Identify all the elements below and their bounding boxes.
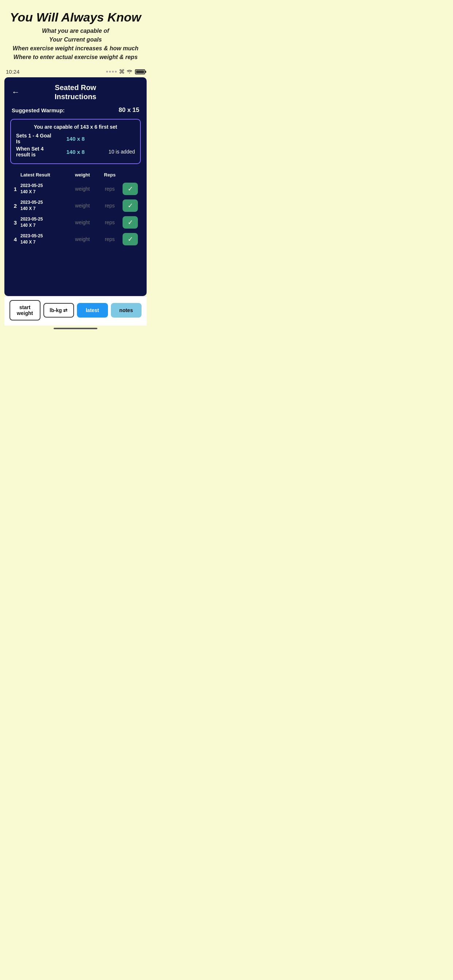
bottom-bar: startweight lb-kg ⇄ latest notes <box>4 296 147 326</box>
promo-section: You Will Always Know What you are capabl… <box>0 0 151 65</box>
promo-line-2: Your Current goals <box>7 35 144 44</box>
set-weight-input-2[interactable] <box>68 203 97 208</box>
screen-title: Seated RowInstructions <box>55 83 96 101</box>
header-reps: Reps <box>97 172 123 178</box>
set-reps-input-1[interactable] <box>97 186 123 192</box>
promo-subtitle: What you are capable of Your Current goa… <box>7 27 144 62</box>
back-button[interactable]: ← <box>10 86 21 99</box>
capability-top-text: You are capable of 143 x 6 first set <box>16 124 135 130</box>
status-bar: 10:24 ⌘ <box>0 65 151 77</box>
set-check-button-4[interactable]: ✓ <box>123 233 138 245</box>
signal-dot-2 <box>109 71 111 73</box>
set-latest-2: 2023-05-25140 X 7 <box>21 199 68 212</box>
capability-row1-value: 140 x 8 <box>56 135 96 142</box>
set-latest-4: 2023-05-25140 X 7 <box>21 233 68 245</box>
set-row: 3 2023-05-25140 X 7 ✓ <box>10 214 141 231</box>
battery-icon <box>135 69 145 75</box>
set-weight-input-4[interactable] <box>68 236 97 242</box>
set-number-1: 1 <box>10 186 21 192</box>
checkmark-icon-3: ✓ <box>128 218 133 226</box>
promo-line-3: When exercise weight increases & how muc… <box>7 44 144 53</box>
set-number-3: 3 <box>10 220 21 226</box>
capability-box: You are capable of 143 x 6 first set Set… <box>10 119 141 164</box>
set-row: 4 2023-05-25140 X 7 ✓ <box>10 231 141 248</box>
status-right: ⌘ <box>106 68 145 75</box>
scroll-indicator <box>54 328 97 329</box>
capability-row2-suffix: 10 is added <box>95 149 135 154</box>
sets-table: Latest Result weight Reps 1 2023-05-2514… <box>10 170 141 248</box>
warmup-value: 80 x 15 <box>118 107 139 114</box>
set-number-4: 4 <box>10 236 21 242</box>
set-check-button-2[interactable]: ✓ <box>123 199 138 212</box>
signal-dot-4 <box>115 71 117 73</box>
promo-line-4: Where to enter actual exercise weight & … <box>7 53 144 62</box>
set-weight-input-3[interactable] <box>68 220 97 225</box>
set-reps-input-2[interactable] <box>97 203 123 208</box>
capability-row-2: When Set 4 result is 140 x 8 10 is added <box>16 146 135 158</box>
capability-row1-label: Sets 1 - 4 Goal Is <box>16 133 56 145</box>
capability-row2-label: When Set 4 result is <box>16 146 56 158</box>
signal-dots <box>106 71 117 73</box>
header-latest: Latest Result <box>21 172 68 178</box>
set-weight-input-1[interactable] <box>68 186 97 192</box>
app-screen: ← Seated RowInstructions Suggested Warmu… <box>4 77 147 296</box>
notes-button[interactable]: notes <box>111 303 142 318</box>
promo-line-1: What you are capable of <box>7 27 144 35</box>
signal-dot-1 <box>106 71 108 73</box>
battery-fill <box>136 70 144 73</box>
set-row: 2 2023-05-25140 X 7 ✓ <box>10 197 141 214</box>
set-latest-1: 2023-05-25140 X 7 <box>21 183 68 195</box>
time-display: 10:24 <box>6 68 20 75</box>
screen-header: ← Seated RowInstructions <box>10 83 141 101</box>
header-weight: weight <box>68 172 97 178</box>
checkmark-icon-2: ✓ <box>128 202 133 210</box>
wifi-icon: ⌘ <box>119 68 133 75</box>
capability-row2-value: 140 x 8 <box>56 149 96 155</box>
set-reps-input-3[interactable] <box>97 220 123 225</box>
sets-table-header: Latest Result weight Reps <box>10 170 141 180</box>
start-weight-button[interactable]: startweight <box>10 300 40 320</box>
set-latest-3: 2023-05-25140 X 7 <box>21 216 68 229</box>
signal-dot-3 <box>112 71 114 73</box>
set-row: 1 2023-05-25140 X 7 ✓ <box>10 180 141 197</box>
set-check-button-1[interactable]: ✓ <box>123 183 138 195</box>
set-reps-input-4[interactable] <box>97 236 123 242</box>
checkmark-icon-1: ✓ <box>128 185 133 193</box>
warmup-row: Suggested Warmup: 80 x 15 <box>10 107 141 114</box>
capability-row-1: Sets 1 - 4 Goal Is 140 x 8 <box>16 133 135 145</box>
set-number-2: 2 <box>10 203 21 209</box>
warmup-label: Suggested Warmup: <box>12 107 65 113</box>
latest-button[interactable]: latest <box>77 303 108 318</box>
lb-kg-button[interactable]: lb-kg ⇄ <box>43 303 74 318</box>
promo-title: You Will Always Know <box>7 10 144 24</box>
checkmark-icon-4: ✓ <box>128 235 133 243</box>
set-check-button-3[interactable]: ✓ <box>123 216 138 229</box>
